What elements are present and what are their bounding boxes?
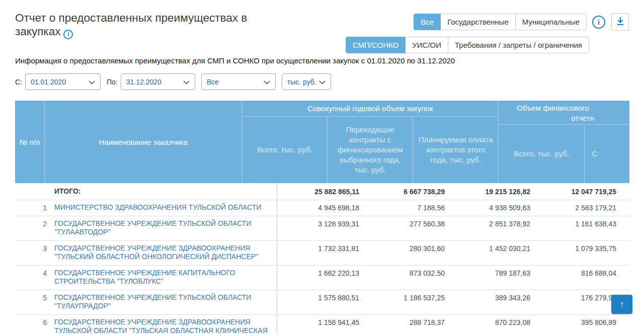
download-icon bbox=[615, 16, 625, 28]
download-button[interactable] bbox=[611, 13, 629, 31]
column-header-clipped: С bbox=[585, 125, 629, 183]
arrow-up-icon: ↑ bbox=[620, 300, 624, 309]
row-number: 4 bbox=[15, 266, 49, 290]
cell-value: 1 662 220,13 bbox=[277, 266, 363, 290]
cell-value: 1 079 335,75 bbox=[534, 241, 620, 265]
date-from-value: 01.01.2020 bbox=[31, 78, 66, 86]
row-number: 6 bbox=[15, 315, 49, 334]
column-header-total: Всего, тыс. руб. bbox=[242, 117, 328, 183]
group-header-financial-volume: Объем финансового отчетн bbox=[499, 101, 629, 125]
tab-uis-oi[interactable]: УИС/ОИ bbox=[405, 37, 448, 53]
page-title-text: Отчет о предоставленных преимуществах в … bbox=[15, 12, 247, 38]
table-header: № п/п Наименование заказчика Совокупный … bbox=[15, 101, 629, 183]
title-info-icon[interactable]: i bbox=[63, 30, 73, 39]
cell-value: 1 732 331,81 bbox=[277, 241, 363, 265]
cell-value: 1 186 537,25 bbox=[363, 290, 448, 314]
filter-bar: С: 01.01.2020 По: 31.12.2020 Все тыс. ру… bbox=[15, 73, 337, 90]
cell-value: 3 128 939,31 bbox=[277, 216, 363, 240]
group-header-financial-line2: отчетн bbox=[571, 114, 594, 122]
table-row: 2 ГОСУДАРСТВЕННОЕ УЧРЕЖДЕНИЕ ТУЛЬСКОЙ ОБ… bbox=[15, 216, 629, 241]
cell-value: 4 945 698,18 bbox=[277, 200, 363, 216]
scope-select[interactable]: Все bbox=[201, 73, 276, 90]
cell-value: 2 583 179,21 bbox=[534, 200, 620, 216]
chevron-down-icon bbox=[319, 78, 326, 86]
unit-value: тыс. руб. bbox=[287, 78, 316, 86]
tab-vse[interactable]: Все bbox=[414, 14, 441, 30]
report-description: Информация о предоставляемых преимуществ… bbox=[15, 56, 455, 65]
total-label: ИТОГО: bbox=[49, 184, 277, 200]
date-to-select[interactable]: 31.12.2020 bbox=[121, 73, 195, 90]
chevron-down-icon bbox=[264, 78, 270, 86]
customer-link[interactable]: ГОСУДАРСТВЕННОЕ УЧРЕЖДЕНИЕ КАПИТАЛЬНОГО … bbox=[49, 266, 277, 290]
column-header-total-2: Всего, тыс. руб. bbox=[499, 125, 585, 183]
date-to-label: По: bbox=[107, 78, 118, 86]
total-value-1: 25 882 865,11 bbox=[277, 184, 363, 200]
cell-value: 789 187,63 bbox=[448, 266, 534, 290]
column-header-carryover-contracts: Переходящие контракты с финансированием … bbox=[328, 117, 413, 183]
row-number: 2 bbox=[15, 216, 49, 240]
cell-value: 280 301,60 bbox=[363, 241, 448, 265]
group-header-annual-volume: Совокупный годовой объем закупок bbox=[242, 101, 499, 117]
table-row: 6 ГОСУДАРСТВЕННОЕ УЧРЕЖДЕНИЕ ЗДРАВООХРАН… bbox=[15, 315, 629, 334]
cell-value: 7 188,56 bbox=[363, 200, 448, 216]
tab-smp-sonko[interactable]: СМП/СОНКО bbox=[346, 37, 406, 53]
table-row: 5 ГОСУДАРСТВЕННОЕ УЧРЕЖДЕНИЕ ТУЛЬСКОЙ ОБ… bbox=[15, 290, 629, 315]
toolbar-row-2: СМП/СОНКО УИС/ОИ Требования / запреты / … bbox=[346, 37, 589, 53]
total-value-3: 19 215 126,82 bbox=[448, 184, 534, 200]
unit-select[interactable]: тыс. руб. bbox=[282, 73, 331, 90]
row-number: 3 bbox=[15, 241, 49, 265]
column-header-planned-payment: Планируемая оплата контрактов этого года… bbox=[413, 117, 499, 183]
customer-link[interactable]: МИНИСТЕРСТВО ЗДРАВООХРАНЕНИЯ ТУЛЬСКОЙ ОБ… bbox=[49, 200, 277, 216]
total-value-2: 6 667 738,29 bbox=[363, 184, 448, 200]
cell-value: 389 343,26 bbox=[448, 290, 534, 314]
cell-value: 1 158 941,45 bbox=[277, 315, 363, 334]
table-row-total: ИТОГО: 25 882 865,11 6 667 738,29 19 215… bbox=[15, 184, 629, 200]
row-number: 1 bbox=[15, 200, 49, 216]
cell-value: 2 851 378,92 bbox=[448, 216, 534, 240]
report-info-icon[interactable]: i bbox=[592, 16, 605, 29]
cell-value: 176 279,98 bbox=[534, 290, 620, 314]
page-title: Отчет о предоставленных преимуществах в … bbox=[15, 11, 282, 39]
customer-link[interactable]: ГОСУДАРСТВЕННОЕ УЧРЕЖДЕНИЕ ЗДРАВООХРАНЕН… bbox=[49, 241, 277, 265]
tab-trebovaniya[interactable]: Требования / запреты / ограничения bbox=[448, 37, 589, 53]
column-header-num: № п/п bbox=[15, 101, 45, 183]
cell-value: 288 718,37 bbox=[363, 315, 448, 334]
date-from-select[interactable]: 01.01.2020 bbox=[25, 73, 101, 90]
cell-value: 4 938 509,63 bbox=[448, 200, 534, 216]
cell-value: 1 161 638,43 bbox=[534, 216, 620, 240]
cell-value: 1 452 030,21 bbox=[448, 241, 534, 265]
column-group-annual-volume: Совокупный годовой объем закупок Всего, … bbox=[242, 101, 499, 183]
date-to-value: 31.12.2020 bbox=[126, 78, 162, 86]
scope-value: Все bbox=[207, 78, 219, 86]
column-group-financial-volume: Объем финансового отчетн Всего, тыс. руб… bbox=[499, 101, 629, 183]
type-tab-group: СМП/СОНКО УИС/ОИ Требования / запреты / … bbox=[346, 37, 589, 53]
table-row: 1 МИНИСТЕРСТВО ЗДРАВООХРАНЕНИЯ ТУЛЬСКОЙ … bbox=[15, 200, 629, 216]
toolbar-row-1: Все Государственные Муниципальные i bbox=[414, 13, 629, 31]
cell-value: 395 806,89 bbox=[534, 315, 620, 334]
cell-value: 873 032,50 bbox=[363, 266, 448, 290]
chevron-down-icon bbox=[89, 78, 95, 86]
report-page: Отчет о предоставленных преимуществах в … bbox=[0, 0, 644, 334]
chevron-down-icon bbox=[183, 78, 190, 86]
scroll-to-top-button[interactable]: ↑ bbox=[611, 295, 632, 314]
customer-link[interactable]: ГОСУДАРСТВЕННОЕ УЧРЕЖДЕНИЕ ТУЛЬСКОЙ ОБЛА… bbox=[49, 290, 277, 314]
table-row: 3 ГОСУДАРСТВЕННОЕ УЧРЕЖДЕНИЕ ЗДРАВООХРАН… bbox=[15, 241, 629, 266]
table-body: ИТОГО: 25 882 865,11 6 667 738,29 19 215… bbox=[15, 184, 629, 334]
total-value-4: 12 047 719,25 bbox=[534, 184, 620, 200]
column-header-customer: Наименование заказчика bbox=[45, 101, 242, 183]
level-tab-group: Все Государственные Муниципальные bbox=[414, 14, 587, 30]
customer-link[interactable]: ГОСУДАРСТВЕННОЕ УЧРЕЖДЕНИЕ ТУЛЬСКОЙ ОБЛА… bbox=[49, 216, 277, 240]
cell-value: 870 223,08 bbox=[448, 315, 534, 334]
row-number bbox=[15, 184, 49, 200]
date-from-label: С: bbox=[15, 78, 22, 86]
group-header-financial-line1: Объем финансового bbox=[517, 104, 589, 112]
cell-value: 277 560,38 bbox=[363, 216, 448, 240]
tab-gosudarstvennye[interactable]: Государственные bbox=[440, 14, 516, 30]
cell-value: 1 575 880,51 bbox=[277, 290, 363, 314]
tab-municipalnye[interactable]: Муниципальные bbox=[515, 14, 587, 30]
row-number: 5 bbox=[15, 290, 49, 314]
customer-link[interactable]: ГОСУДАРСТВЕННОЕ УЧРЕЖДЕНИЕ ЗДРАВООХРАНЕН… bbox=[49, 315, 277, 334]
table-row: 4 ГОСУДАРСТВЕННОЕ УЧРЕЖДЕНИЕ КАПИТАЛЬНОГ… bbox=[15, 266, 629, 290]
cell-value: 816 688,04 bbox=[534, 266, 620, 290]
